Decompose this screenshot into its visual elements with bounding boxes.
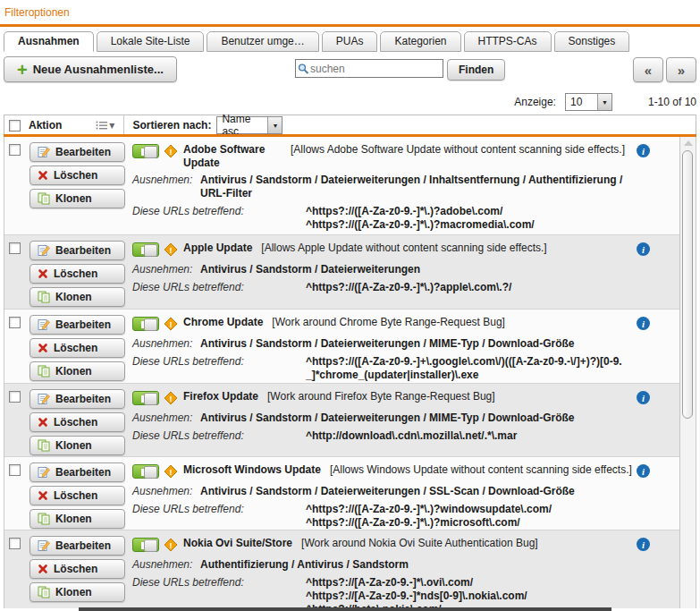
filter-options-page: Filteroptionen Ausnahmen Lokale Site-Lis… bbox=[0, 0, 700, 611]
exempt-value: Antivirus / Sandstorm / Dateierweiterung… bbox=[200, 337, 626, 351]
delete-button[interactable]: Löschen bbox=[30, 165, 125, 185]
warning-icon: ! bbox=[164, 317, 178, 331]
url-pattern: ^https?://([A-Za-z0-9.-]*\.)?windowsupda… bbox=[306, 503, 626, 516]
tab-sonstiges[interactable]: Sonstiges bbox=[554, 31, 630, 52]
svg-text:!: ! bbox=[170, 320, 173, 329]
search-box[interactable] bbox=[295, 59, 443, 78]
enabled-toggle[interactable] bbox=[132, 464, 159, 479]
warning-icon: ! bbox=[164, 464, 178, 479]
table-header: Aktion ▾ Sortieren nach: Name asc ▼ bbox=[4, 115, 696, 135]
row-checkbox[interactable] bbox=[9, 538, 21, 549]
exception-name: Apple Update bbox=[183, 242, 252, 255]
delete-button[interactable]: Löschen bbox=[30, 264, 125, 284]
page-size-select[interactable]: 10 ▼ bbox=[565, 93, 612, 111]
find-button[interactable]: Finden bbox=[447, 59, 505, 81]
url-pattern: ^https?://([A-Za-z0-9.-]*\.)?adobe\.com/ bbox=[306, 205, 626, 218]
clone-button[interactable]: Klonen bbox=[30, 582, 125, 602]
url-pattern: ^https?://[A-Za-z0-9.-]*\.ovi\.com/ bbox=[306, 576, 626, 590]
sort-label: Sortieren nach: bbox=[132, 119, 211, 132]
clone-icon bbox=[38, 586, 50, 598]
delete-button[interactable]: Löschen bbox=[30, 559, 125, 579]
clone-button[interactable]: Klonen bbox=[30, 189, 125, 208]
info-icon[interactable]: i bbox=[637, 538, 650, 551]
url-pattern: ^https?://([A-Za-z0-9.-]*\.)?microsoft\.… bbox=[306, 516, 626, 530]
warning-icon: ! bbox=[164, 242, 178, 257]
scroll-up-icon[interactable] bbox=[684, 140, 693, 146]
tab-puas[interactable]: PUAs bbox=[322, 31, 378, 52]
clone-button[interactable]: Klonen bbox=[30, 436, 125, 455]
tab-benutzer-umgehung[interactable]: Benutzer umge… bbox=[207, 31, 318, 52]
clone-label: Klonen bbox=[55, 192, 92, 205]
edit-button[interactable]: Bearbeiten bbox=[30, 462, 125, 482]
exception-description: [Work around Chrome Byte Range-Request B… bbox=[272, 316, 505, 329]
table-row: Bearbeiten Löschen bbox=[4, 234, 679, 309]
select-all-checkbox[interactable] bbox=[9, 120, 21, 132]
tab-https-cas[interactable]: HTTPS-CAs bbox=[464, 31, 552, 52]
enabled-toggle[interactable] bbox=[132, 538, 159, 552]
exempt-value: Antivirus / Sandstorm / Dateierweiterung… bbox=[200, 485, 626, 498]
row-checkbox[interactable] bbox=[9, 464, 21, 476]
delete-button[interactable]: Löschen bbox=[30, 486, 125, 505]
table-row: Bearbeiten Löschen bbox=[4, 456, 679, 530]
vertical-scrollbar[interactable] bbox=[679, 137, 696, 608]
action-menu-button[interactable]: ▾ bbox=[96, 119, 114, 132]
exempt-value: Authentifizierung / Antivirus / Sandstor… bbox=[200, 558, 626, 572]
search-input[interactable] bbox=[310, 61, 441, 76]
info-icon[interactable]: i bbox=[637, 464, 650, 478]
info-icon[interactable]: i bbox=[637, 242, 650, 256]
enabled-toggle[interactable] bbox=[132, 144, 159, 158]
info-icon[interactable]: i bbox=[637, 391, 650, 404]
caret-down-icon: ▾ bbox=[109, 119, 114, 132]
edit-button[interactable]: Bearbeiten bbox=[30, 142, 125, 162]
clone-icon bbox=[38, 291, 50, 303]
table-row: Bearbeiten Löschen bbox=[4, 137, 679, 234]
clone-label: Klonen bbox=[55, 365, 92, 378]
table-row: Bearbeiten Löschen bbox=[4, 383, 679, 456]
page-title: Filteroptionen bbox=[4, 6, 70, 19]
svg-text:!: ! bbox=[170, 246, 173, 255]
edit-button[interactable]: Bearbeiten bbox=[30, 315, 125, 335]
info-icon[interactable]: i bbox=[637, 144, 650, 157]
edit-label: Bearbeiten bbox=[55, 244, 111, 257]
tab-ausnahmen[interactable]: Ausnahmen bbox=[4, 31, 94, 52]
urls-label: Diese URLs betreffend: bbox=[132, 576, 306, 608]
delete-button[interactable]: Löschen bbox=[30, 412, 125, 432]
clone-button[interactable]: Klonen bbox=[30, 287, 125, 307]
enabled-toggle[interactable] bbox=[132, 317, 159, 331]
sort-select[interactable]: Name asc ▼ bbox=[216, 116, 283, 134]
delete-label: Löschen bbox=[54, 489, 97, 502]
url-list: ^http://download\.cdn\.mozilla\.net/.*\.… bbox=[306, 429, 626, 443]
delete-button[interactable]: Löschen bbox=[30, 338, 125, 358]
delete-x-icon bbox=[38, 343, 48, 353]
scrollbar-thumb[interactable] bbox=[682, 150, 693, 419]
clone-label: Klonen bbox=[55, 291, 92, 303]
tab-lokale-site-liste[interactable]: Lokale Site-Liste bbox=[97, 31, 205, 52]
tab-kategorien[interactable]: Kategorien bbox=[380, 31, 460, 52]
tab-bar: Ausnahmen Lokale Site-Liste Benutzer umg… bbox=[4, 31, 629, 52]
clone-button[interactable]: Klonen bbox=[30, 509, 125, 529]
svg-text:!: ! bbox=[170, 395, 173, 403]
edit-label: Bearbeiten bbox=[55, 393, 111, 405]
edit-icon bbox=[38, 244, 50, 257]
prev-page-button[interactable]: « bbox=[633, 57, 663, 82]
enabled-toggle[interactable] bbox=[132, 242, 159, 257]
enabled-toggle[interactable] bbox=[132, 391, 159, 405]
row-checkbox[interactable] bbox=[9, 317, 21, 328]
edit-button[interactable]: Bearbeiten bbox=[30, 241, 125, 260]
search-icon bbox=[298, 63, 309, 75]
clone-button[interactable]: Klonen bbox=[30, 361, 125, 381]
info-icon[interactable]: i bbox=[637, 317, 650, 330]
edit-icon bbox=[38, 393, 50, 405]
next-page-button[interactable]: » bbox=[666, 57, 696, 82]
new-exception-list-button[interactable]: + Neue Ausnahmenliste... bbox=[4, 56, 177, 82]
edit-button[interactable]: Bearbeiten bbox=[30, 536, 125, 556]
row-checkbox[interactable] bbox=[9, 242, 21, 254]
clone-icon bbox=[38, 192, 50, 205]
exception-list: Bearbeiten Löschen bbox=[4, 137, 696, 608]
edit-button[interactable]: Bearbeiten bbox=[30, 389, 125, 409]
exception-name: Firefox Update bbox=[183, 390, 258, 403]
exempt-value: Antivirus / Sandstorm / Dateierweiterung… bbox=[200, 263, 626, 276]
row-checkbox[interactable] bbox=[9, 391, 21, 403]
row-checkbox[interactable] bbox=[9, 144, 21, 156]
table-row: Bearbeiten Löschen bbox=[4, 530, 679, 608]
